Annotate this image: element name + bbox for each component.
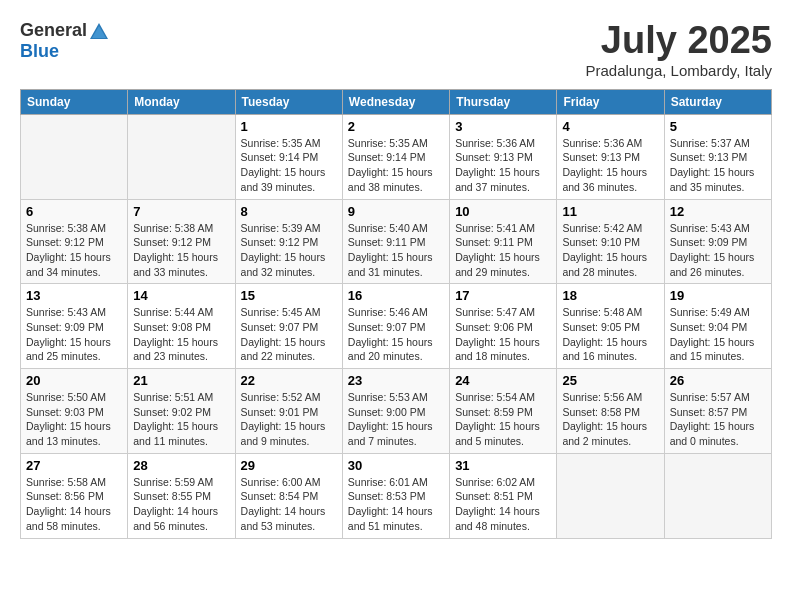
day-info: Sunrise: 5:48 AM Sunset: 9:05 PM Dayligh… — [562, 305, 658, 364]
day-number: 29 — [241, 458, 337, 473]
day-cell: 31Sunrise: 6:02 AM Sunset: 8:51 PM Dayli… — [450, 453, 557, 538]
day-cell: 29Sunrise: 6:00 AM Sunset: 8:54 PM Dayli… — [235, 453, 342, 538]
day-number: 31 — [455, 458, 551, 473]
day-number: 11 — [562, 204, 658, 219]
day-header-saturday: Saturday — [664, 89, 771, 114]
day-cell: 27Sunrise: 5:58 AM Sunset: 8:56 PM Dayli… — [21, 453, 128, 538]
week-row-1: 1Sunrise: 5:35 AM Sunset: 9:14 PM Daylig… — [21, 114, 772, 199]
day-header-thursday: Thursday — [450, 89, 557, 114]
day-number: 13 — [26, 288, 122, 303]
day-cell: 6Sunrise: 5:38 AM Sunset: 9:12 PM Daylig… — [21, 199, 128, 284]
day-info: Sunrise: 5:46 AM Sunset: 9:07 PM Dayligh… — [348, 305, 444, 364]
day-cell: 20Sunrise: 5:50 AM Sunset: 9:03 PM Dayli… — [21, 369, 128, 454]
day-number: 4 — [562, 119, 658, 134]
day-number: 6 — [26, 204, 122, 219]
day-number: 8 — [241, 204, 337, 219]
day-info: Sunrise: 5:38 AM Sunset: 9:12 PM Dayligh… — [26, 221, 122, 280]
day-info: Sunrise: 5:44 AM Sunset: 9:08 PM Dayligh… — [133, 305, 229, 364]
day-number: 25 — [562, 373, 658, 388]
location-text: Pradalunga, Lombardy, Italy — [586, 62, 773, 79]
day-number: 3 — [455, 119, 551, 134]
day-info: Sunrise: 5:59 AM Sunset: 8:55 PM Dayligh… — [133, 475, 229, 534]
day-info: Sunrise: 5:35 AM Sunset: 9:14 PM Dayligh… — [241, 136, 337, 195]
day-number: 22 — [241, 373, 337, 388]
day-cell: 24Sunrise: 5:54 AM Sunset: 8:59 PM Dayli… — [450, 369, 557, 454]
day-cell: 30Sunrise: 6:01 AM Sunset: 8:53 PM Dayli… — [342, 453, 449, 538]
day-cell: 17Sunrise: 5:47 AM Sunset: 9:06 PM Dayli… — [450, 284, 557, 369]
day-number: 24 — [455, 373, 551, 388]
day-header-sunday: Sunday — [21, 89, 128, 114]
logo-blue-text: Blue — [20, 41, 59, 62]
day-info: Sunrise: 5:35 AM Sunset: 9:14 PM Dayligh… — [348, 136, 444, 195]
day-info: Sunrise: 5:40 AM Sunset: 9:11 PM Dayligh… — [348, 221, 444, 280]
logo-general-text: General — [20, 20, 87, 41]
page-header: General Blue July 2025 Pradalunga, Lomba… — [20, 20, 772, 79]
day-cell — [557, 453, 664, 538]
day-number: 26 — [670, 373, 766, 388]
day-header-friday: Friday — [557, 89, 664, 114]
day-info: Sunrise: 5:42 AM Sunset: 9:10 PM Dayligh… — [562, 221, 658, 280]
day-number: 19 — [670, 288, 766, 303]
day-cell: 19Sunrise: 5:49 AM Sunset: 9:04 PM Dayli… — [664, 284, 771, 369]
day-info: Sunrise: 5:56 AM Sunset: 8:58 PM Dayligh… — [562, 390, 658, 449]
day-number: 16 — [348, 288, 444, 303]
day-number: 20 — [26, 373, 122, 388]
day-cell: 5Sunrise: 5:37 AM Sunset: 9:13 PM Daylig… — [664, 114, 771, 199]
day-info: Sunrise: 5:37 AM Sunset: 9:13 PM Dayligh… — [670, 136, 766, 195]
day-cell: 8Sunrise: 5:39 AM Sunset: 9:12 PM Daylig… — [235, 199, 342, 284]
day-info: Sunrise: 5:58 AM Sunset: 8:56 PM Dayligh… — [26, 475, 122, 534]
day-info: Sunrise: 6:00 AM Sunset: 8:54 PM Dayligh… — [241, 475, 337, 534]
day-info: Sunrise: 5:54 AM Sunset: 8:59 PM Dayligh… — [455, 390, 551, 449]
logo: General Blue — [20, 20, 111, 62]
day-info: Sunrise: 5:41 AM Sunset: 9:11 PM Dayligh… — [455, 221, 551, 280]
day-info: Sunrise: 5:43 AM Sunset: 9:09 PM Dayligh… — [670, 221, 766, 280]
day-info: Sunrise: 5:38 AM Sunset: 9:12 PM Dayligh… — [133, 221, 229, 280]
day-cell — [128, 114, 235, 199]
day-cell — [21, 114, 128, 199]
day-info: Sunrise: 6:01 AM Sunset: 8:53 PM Dayligh… — [348, 475, 444, 534]
day-info: Sunrise: 5:36 AM Sunset: 9:13 PM Dayligh… — [562, 136, 658, 195]
day-info: Sunrise: 5:57 AM Sunset: 8:57 PM Dayligh… — [670, 390, 766, 449]
day-cell: 21Sunrise: 5:51 AM Sunset: 9:02 PM Dayli… — [128, 369, 235, 454]
day-number: 17 — [455, 288, 551, 303]
day-number: 18 — [562, 288, 658, 303]
day-number: 15 — [241, 288, 337, 303]
day-number: 2 — [348, 119, 444, 134]
day-info: Sunrise: 5:36 AM Sunset: 9:13 PM Dayligh… — [455, 136, 551, 195]
week-row-5: 27Sunrise: 5:58 AM Sunset: 8:56 PM Dayli… — [21, 453, 772, 538]
day-cell — [664, 453, 771, 538]
title-block: July 2025 Pradalunga, Lombardy, Italy — [586, 20, 773, 79]
month-title: July 2025 — [586, 20, 773, 62]
day-number: 10 — [455, 204, 551, 219]
day-cell: 9Sunrise: 5:40 AM Sunset: 9:11 PM Daylig… — [342, 199, 449, 284]
day-cell: 11Sunrise: 5:42 AM Sunset: 9:10 PM Dayli… — [557, 199, 664, 284]
day-cell: 16Sunrise: 5:46 AM Sunset: 9:07 PM Dayli… — [342, 284, 449, 369]
day-cell: 14Sunrise: 5:44 AM Sunset: 9:08 PM Dayli… — [128, 284, 235, 369]
day-cell: 13Sunrise: 5:43 AM Sunset: 9:09 PM Dayli… — [21, 284, 128, 369]
day-cell: 15Sunrise: 5:45 AM Sunset: 9:07 PM Dayli… — [235, 284, 342, 369]
day-number: 7 — [133, 204, 229, 219]
day-number: 9 — [348, 204, 444, 219]
week-row-2: 6Sunrise: 5:38 AM Sunset: 9:12 PM Daylig… — [21, 199, 772, 284]
day-number: 12 — [670, 204, 766, 219]
day-info: Sunrise: 5:53 AM Sunset: 9:00 PM Dayligh… — [348, 390, 444, 449]
day-header-wednesday: Wednesday — [342, 89, 449, 114]
day-cell: 25Sunrise: 5:56 AM Sunset: 8:58 PM Dayli… — [557, 369, 664, 454]
day-cell: 10Sunrise: 5:41 AM Sunset: 9:11 PM Dayli… — [450, 199, 557, 284]
day-number: 21 — [133, 373, 229, 388]
day-number: 14 — [133, 288, 229, 303]
day-cell: 1Sunrise: 5:35 AM Sunset: 9:14 PM Daylig… — [235, 114, 342, 199]
day-cell: 7Sunrise: 5:38 AM Sunset: 9:12 PM Daylig… — [128, 199, 235, 284]
day-cell: 22Sunrise: 5:52 AM Sunset: 9:01 PM Dayli… — [235, 369, 342, 454]
day-number: 5 — [670, 119, 766, 134]
day-number: 30 — [348, 458, 444, 473]
day-info: Sunrise: 5:51 AM Sunset: 9:02 PM Dayligh… — [133, 390, 229, 449]
day-info: Sunrise: 5:52 AM Sunset: 9:01 PM Dayligh… — [241, 390, 337, 449]
day-info: Sunrise: 5:43 AM Sunset: 9:09 PM Dayligh… — [26, 305, 122, 364]
day-info: Sunrise: 5:50 AM Sunset: 9:03 PM Dayligh… — [26, 390, 122, 449]
day-number: 28 — [133, 458, 229, 473]
day-cell: 23Sunrise: 5:53 AM Sunset: 9:00 PM Dayli… — [342, 369, 449, 454]
day-number: 23 — [348, 373, 444, 388]
header-row: SundayMondayTuesdayWednesdayThursdayFrid… — [21, 89, 772, 114]
day-header-monday: Monday — [128, 89, 235, 114]
